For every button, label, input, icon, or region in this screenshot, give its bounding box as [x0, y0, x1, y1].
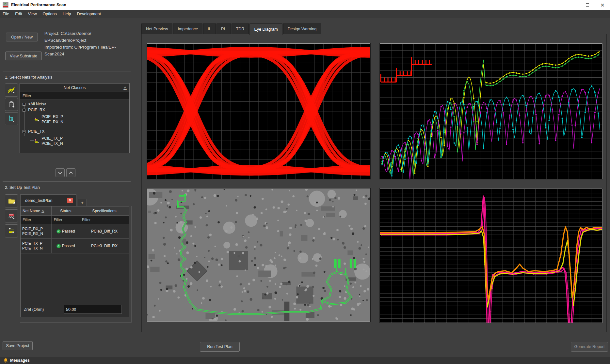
filter-status-input[interactable]: Filter [52, 216, 80, 224]
tree-view-icon [8, 115, 15, 122]
close-tab-button[interactable]: ✕ [67, 198, 73, 203]
tree-guide [30, 140, 34, 141]
tab-design-warning[interactable]: Design Warning [283, 23, 321, 34]
collapse-minus-icon[interactable]: − [23, 130, 25, 133]
move-down-button[interactable] [56, 168, 65, 177]
chevron-up-icon [69, 171, 72, 175]
app-icon [3, 2, 8, 8]
test-plan-tab[interactable]: demo_testPlan ✕ [20, 194, 76, 206]
passed-check-icon: ✓ [56, 229, 61, 234]
bell-icon [3, 358, 8, 363]
open-new-button[interactable]: Open / New [6, 33, 38, 41]
tree-guide [30, 113, 30, 119]
project-path: Project: C:/Users/demo/ EPScan/demoProje… [44, 30, 132, 44]
maximize-button[interactable] [580, 0, 595, 10]
board-layout-view[interactable] [147, 189, 370, 322]
expand-plus-icon[interactable]: + [23, 103, 25, 106]
section-frame [131, 206, 132, 323]
table-row[interactable]: PCIE_TX_P PCIE_TX_N ✓ Passed PCIe3_Diff_… [21, 239, 129, 253]
tree-guide [30, 119, 34, 119]
return-loss-plot[interactable] [380, 43, 602, 179]
menu-development[interactable]: Development [77, 12, 101, 16]
column-header-specifications[interactable]: Specifications [80, 206, 129, 216]
tab-rl[interactable]: RL [217, 23, 231, 34]
tab-tdr[interactable]: TDR [232, 23, 249, 34]
generate-report-button[interactable]: Generate Report [571, 342, 608, 352]
diff-pair-net-icon [34, 117, 39, 122]
sort-icon: △ [41, 209, 44, 213]
collapse-minus-icon[interactable]: − [23, 109, 25, 112]
status-badge: Passed [62, 229, 75, 234]
section-frame [20, 322, 132, 323]
diff-pair-icon [8, 86, 15, 94]
menu-help[interactable]: Help [63, 12, 71, 16]
status-badge: Passed [62, 244, 75, 248]
diff-pair-net-icon [34, 139, 39, 143]
messages-bar[interactable]: Messages [0, 357, 610, 364]
menu-bar: File Edit View Options Help Development [0, 10, 610, 18]
menu-view[interactable]: View [28, 12, 37, 16]
net-tree-tool-button[interactable] [5, 112, 18, 125]
tree-item-all-nets[interactable]: + <All Nets> [23, 102, 46, 106]
close-icon: ✕ [601, 3, 605, 8]
tdr-plot[interactable] [380, 189, 602, 323]
tab-eye-diagram[interactable]: Eye Diagram [249, 23, 282, 35]
result-tabs: Net Preview Impedance IL RL TDR Eye Diag… [141, 23, 321, 34]
menu-edit[interactable]: Edit [15, 12, 22, 16]
spec-mask-icon [8, 212, 15, 220]
add-test-plan-button[interactable]: + [78, 199, 87, 206]
window-title: Electrical Performance Scan [11, 3, 66, 7]
tree-item-pcie-rx[interactable]: − PCIE_RX [23, 108, 45, 112]
test-plan-table: Net Name △ Status Specifications Filter … [20, 206, 129, 317]
diff-pair-tool-button[interactable] [5, 83, 18, 97]
tab-il[interactable]: IL [203, 23, 216, 34]
move-up-button[interactable] [66, 168, 75, 177]
tree-guide [30, 134, 30, 140]
net-classes-header[interactable]: Net Classes △ [20, 83, 129, 92]
tab-impedance[interactable]: Impedance [173, 23, 202, 34]
clipboard-icon [8, 101, 15, 108]
zref-label: Zref (Ohm) [24, 307, 44, 312]
net-basket-tool-button[interactable] [5, 98, 18, 111]
net-classes-panel: Net Classes △ Filter + <All Nets> − PCIE… [20, 83, 130, 153]
filter-net-name-input[interactable]: Filter [21, 216, 52, 224]
net-classes-tree: + <All Nets> − PCIE_RX PCIE_RX_P PCIE_RX… [20, 100, 129, 153]
messages-label: Messages [10, 358, 30, 363]
spec-editor-button[interactable] [5, 209, 18, 222]
zref-input[interactable] [64, 305, 122, 314]
run-test-plan-button[interactable]: Run Test Plan [200, 342, 240, 352]
table-row[interactable]: PCIE_RX_P PCIE_RX_N ✓ Passed PCIe3_Diff_… [21, 224, 129, 239]
column-header-status[interactable]: Status [52, 206, 80, 216]
net-classes-filter-input[interactable]: Filter [20, 92, 129, 100]
save-project-button[interactable]: Save Project [3, 341, 33, 350]
view-substrate-button[interactable]: View Substrate [5, 52, 42, 60]
menu-options[interactable]: Options [43, 12, 57, 16]
open-test-plan-button[interactable] [5, 194, 18, 207]
eye-diagram-plot[interactable] [147, 43, 370, 179]
filter-spec-input[interactable]: Filter [80, 216, 129, 224]
folder-icon [8, 197, 15, 205]
chevron-down-icon [58, 170, 62, 174]
maximize-icon [586, 3, 589, 7]
column-header-net-name[interactable]: Net Name △ [21, 206, 52, 216]
minimize-button[interactable] [565, 0, 580, 10]
test-plan-tab-label: demo_testPlan [25, 198, 52, 203]
select-nets-section-label: 1. Select Nets for Analysis [5, 75, 52, 80]
section-divider [3, 71, 131, 71]
section-divider [3, 181, 131, 182]
title-bar: Electrical Performance Scan ✕ [0, 0, 610, 10]
sidebar-main-divider [133, 18, 133, 357]
sort-icon[interactable]: △ [123, 85, 127, 90]
menu-file[interactable]: File [3, 12, 9, 16]
passed-check-icon: ✓ [56, 244, 61, 248]
minimize-icon [571, 5, 574, 5]
sliders-icon [8, 227, 15, 235]
plan-settings-button[interactable] [5, 224, 18, 237]
tab-net-preview[interactable]: Net Preview [141, 23, 172, 34]
tree-item-pcie-tx-pair[interactable]: PCIE_TX_P PCIE_TX_N [34, 136, 63, 146]
test-plan-section-label: 2. Set Up Test Plan [5, 185, 40, 190]
tree-item-pcie-rx-pair[interactable]: PCIE_RX_P PCIE_RX_N [34, 114, 63, 125]
net-classes-header-label: Net Classes [64, 85, 86, 90]
close-button[interactable]: ✕ [595, 0, 610, 10]
tree-item-pcie-tx[interactable]: − PCIE_TX [23, 129, 44, 134]
